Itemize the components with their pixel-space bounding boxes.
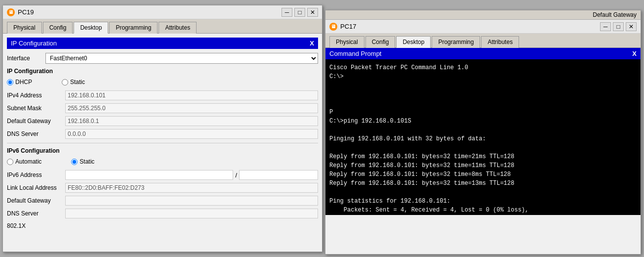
ipv6-addr-container: / — [65, 170, 318, 180]
ipv4-address-row: IPv4 Address — [7, 90, 318, 100]
pc19-panel-content: IP Configuration X Interface FastEtherne… — [3, 34, 322, 251]
dhcp-static-row: DHCP Static — [7, 79, 318, 86]
pc19-close-btn[interactable]: ✕ — [307, 8, 318, 17]
pc17-close-btn[interactable]: ✕ — [626, 22, 637, 31]
ipv6-auto-option[interactable]: Automatic — [7, 158, 41, 165]
static-radio[interactable] — [62, 79, 68, 86]
pc17-tab-physical[interactable]: Physical — [329, 36, 364, 48]
pc19-minimize-btn[interactable]: ─ — [282, 8, 292, 17]
ipv6-static-radio[interactable] — [71, 159, 78, 165]
pc17-minimize-btn[interactable]: ─ — [600, 22, 611, 31]
pc19-tab-bar: Physical Config Desktop Programming Attr… — [3, 19, 322, 34]
ipv4-section-title: IP Configuration — [7, 68, 318, 75]
interface-row: Interface FastEthernet0 — [7, 53, 318, 64]
subnet-mask-label: Subnet Mask — [7, 105, 61, 112]
link-local-label: Link Local Address — [7, 184, 61, 191]
pc17-top-bar: Default Gateway — [325, 10, 641, 20]
interface-label: Interface — [7, 55, 41, 62]
pc19-tab-config[interactable]: Config — [43, 22, 73, 34]
dhcp-label: DHCP — [15, 79, 32, 86]
ipv6-slash: / — [235, 171, 237, 179]
dhcp-option[interactable]: DHCP — [7, 79, 32, 86]
pc17-window: Default Gateway 🖥 PC17 ─ □ ✕ Physical Co… — [325, 10, 641, 255]
ipv6-auto-radio[interactable] — [7, 159, 13, 165]
default-gateway-ipv4-row: Default Gateway — [7, 116, 318, 126]
pc17-cmd-panel: Command Prompt X Cisco Packet Tracer PC … — [325, 48, 641, 257]
dns-server-ipv4-label: DNS Server — [7, 130, 61, 137]
pc19-controls: ─ □ ✕ — [282, 8, 318, 17]
dns-server-ipv4-input[interactable] — [65, 129, 318, 139]
default-gateway-ipv4-label: Default Gateway — [7, 118, 61, 125]
802x-label: 802.1X — [7, 222, 318, 229]
ipv6-address-row: IPv6 Address / — [7, 170, 318, 180]
cmd-close-btn[interactable]: X — [632, 50, 637, 57]
pc17-tab-desktop[interactable]: Desktop — [396, 36, 431, 48]
pc17-tab-attributes[interactable]: Attributes — [481, 36, 519, 48]
static-option[interactable]: Static — [62, 79, 85, 86]
dns-server-ipv6-label: DNS Server — [7, 210, 61, 217]
subnet-mask-input[interactable] — [65, 103, 318, 113]
ipv6-static-label: Static — [80, 158, 94, 165]
link-local-input[interactable] — [65, 183, 318, 193]
ipv4-ipv6-separator — [7, 143, 318, 143]
pc17-tab-programming[interactable]: Programming — [432, 36, 480, 48]
interface-select[interactable]: FastEthernet0 — [45, 53, 318, 64]
cmd-title: Command Prompt — [329, 50, 381, 57]
default-gateway-ipv4-input[interactable] — [65, 116, 318, 126]
default-gateway-ipv6-input[interactable] — [65, 196, 318, 206]
pc17-title: PC17 — [340, 23, 597, 30]
pc17-controls: ─ □ ✕ — [600, 22, 637, 31]
pc17-tab-bar: Physical Config Desktop Programming Attr… — [325, 34, 641, 48]
pc17-top-bar-text: Default Gateway — [593, 11, 637, 18]
pc17-logo: 🖥 — [329, 23, 337, 31]
cmd-body[interactable]: Cisco Packet Tracer PC Command Line 1.0 … — [325, 59, 641, 215]
dns-server-ipv4-row: DNS Server — [7, 129, 318, 139]
ip-config-title: IP Configuration — [11, 40, 57, 47]
pc19-tab-programming[interactable]: Programming — [109, 22, 158, 34]
dhcp-radio[interactable] — [7, 79, 13, 86]
static-label: Static — [70, 79, 85, 86]
pc17-title-bar: 🖥 PC17 ─ □ ✕ — [325, 20, 641, 34]
pc19-title: PC19 — [18, 8, 279, 16]
pc19-title-bar: 🖥 PC19 ─ □ ✕ — [3, 5, 322, 19]
dns-server-ipv6-input[interactable] — [65, 209, 318, 218]
dns-server-ipv6-row: DNS Server — [7, 209, 318, 218]
ipv6-auto-static-row: Automatic Static — [7, 158, 318, 165]
pc19-window: 🖥 PC19 ─ □ ✕ Physical Config Desktop Pro… — [2, 5, 322, 252]
pc19-tab-physical[interactable]: Physical — [7, 22, 42, 34]
ip-config-header: IP Configuration X — [7, 38, 318, 49]
link-local-row: Link Local Address — [7, 183, 318, 193]
pc17-tab-config[interactable]: Config — [365, 36, 396, 48]
pc19-restore-btn[interactable]: □ — [294, 8, 305, 17]
pc19-tab-attributes[interactable]: Attributes — [159, 22, 197, 34]
ipv4-address-input[interactable] — [65, 90, 318, 100]
default-gateway-ipv6-label: Default Gateway — [7, 197, 61, 204]
ip-config-close-btn[interactable]: X — [310, 40, 314, 47]
ipv6-address-label: IPv6 Address — [7, 171, 61, 178]
ipv6-static-option[interactable]: Static — [71, 158, 94, 165]
pc19-tab-desktop[interactable]: Desktop — [74, 22, 108, 34]
pc17-restore-btn[interactable]: □ — [613, 22, 624, 31]
default-gateway-ipv6-row: Default Gateway — [7, 196, 318, 206]
ipv6-address-main-input[interactable] — [65, 170, 233, 180]
pc19-logo: 🖥 — [7, 8, 15, 16]
ipv4-address-label: IPv4 Address — [7, 92, 61, 99]
subnet-mask-row: Subnet Mask — [7, 103, 318, 113]
ipv6-address-suffix-input[interactable] — [239, 170, 318, 180]
ipv6-section-title: IPv6 Configuration — [7, 147, 318, 154]
cmd-header: Command Prompt X — [325, 48, 641, 59]
ipv6-auto-label: Automatic — [15, 158, 41, 165]
